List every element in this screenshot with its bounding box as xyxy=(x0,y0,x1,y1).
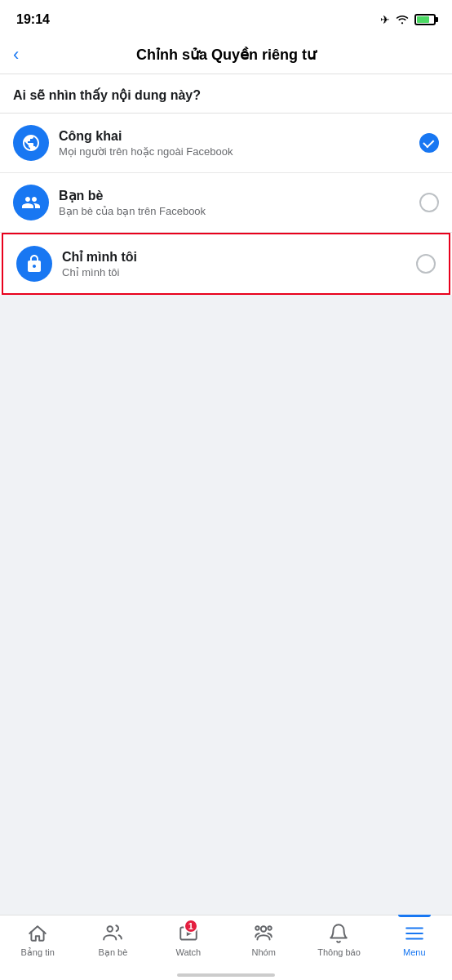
battery-icon xyxy=(414,14,436,25)
option-friends-title: Bạn bè xyxy=(59,188,419,203)
home-indicator xyxy=(177,973,275,977)
tab-notifications-label: Thông báo xyxy=(317,947,361,957)
option-public-text: Công khai Mọi người trên hoặc ngoài Face… xyxy=(59,129,419,158)
tab-friends[interactable]: Bạn bè xyxy=(75,922,150,958)
watch-tab-icon: 1 xyxy=(177,922,200,945)
header: ‹ Chỉnh sửa Quyền riêng tư xyxy=(0,36,452,74)
options-list: Công khai Mọi người trên hoặc ngoài Face… xyxy=(0,114,452,295)
lock-icon-container xyxy=(16,246,52,282)
gray-area xyxy=(0,295,452,768)
option-public-subtitle: Mọi người trên hoặc ngoài Facebook xyxy=(59,145,419,158)
svg-point-0 xyxy=(108,926,113,932)
option-only-me[interactable]: Chỉ mình tôi Chỉ mình tôi xyxy=(2,233,450,295)
tab-watch-label: Watch xyxy=(175,947,201,957)
page-title: Chỉnh sửa Quyền riêng tư xyxy=(136,46,316,64)
section-heading: Ai sẽ nhìn thấy nội dung này? xyxy=(0,74,452,114)
tab-groups[interactable]: Nhóm xyxy=(226,922,301,957)
airplane-icon: ✈ xyxy=(380,13,390,26)
friends-icon-container xyxy=(13,185,49,220)
option-public-title: Công khai xyxy=(59,129,419,144)
home-icon xyxy=(26,922,49,945)
globe-icon-container xyxy=(13,125,49,161)
status-time: 19:14 xyxy=(16,12,50,27)
tab-groups-label: Nhóm xyxy=(251,947,275,957)
friends-tab-icon xyxy=(101,922,124,945)
tab-menu-label: Menu xyxy=(403,947,426,957)
lock-icon xyxy=(24,254,44,274)
tab-friends-label: Bạn bè xyxy=(99,947,128,958)
watch-badge: 1 xyxy=(184,919,198,933)
option-friends[interactable]: Bạn bè Bạn bè của bạn trên Facebook xyxy=(0,173,452,233)
globe-icon xyxy=(21,133,41,153)
groups-tab-icon xyxy=(252,922,275,945)
svg-point-4 xyxy=(268,926,272,929)
tab-bar: Bảng tin Bạn bè 1 Watch xyxy=(0,915,452,980)
friends-icon xyxy=(21,193,41,212)
option-public[interactable]: Công khai Mọi người trên hoặc ngoài Face… xyxy=(0,114,452,173)
option-only-me-text: Chỉ mình tôi Chỉ mình tôi xyxy=(62,249,416,278)
status-bar: 19:14 ✈ xyxy=(0,0,452,36)
option-friends-subtitle: Bạn bè của bạn trên Facebook xyxy=(59,205,419,217)
option-friends-text: Bạn bè Bạn bè của bạn trên Facebook xyxy=(59,188,419,217)
wifi-icon xyxy=(395,13,410,27)
tab-home[interactable]: Bảng tin xyxy=(0,922,75,958)
bell-icon xyxy=(327,922,350,945)
menu-icon xyxy=(403,922,426,945)
svg-point-3 xyxy=(261,926,267,932)
back-button[interactable]: ‹ xyxy=(13,44,19,65)
option-only-me-title: Chỉ mình tôi xyxy=(62,249,416,265)
option-only-me-subtitle: Chỉ mình tôi xyxy=(62,266,416,278)
radio-public[interactable] xyxy=(419,133,439,153)
radio-friends[interactable] xyxy=(419,193,439,212)
radio-only-me[interactable] xyxy=(416,254,436,274)
status-icons: ✈ xyxy=(380,13,436,27)
tab-menu[interactable]: Menu xyxy=(377,922,452,957)
tab-home-label: Bảng tin xyxy=(21,947,55,958)
tab-watch[interactable]: 1 Watch xyxy=(151,922,226,957)
tab-notifications[interactable]: Thông báo xyxy=(301,922,376,957)
svg-point-5 xyxy=(255,926,259,929)
